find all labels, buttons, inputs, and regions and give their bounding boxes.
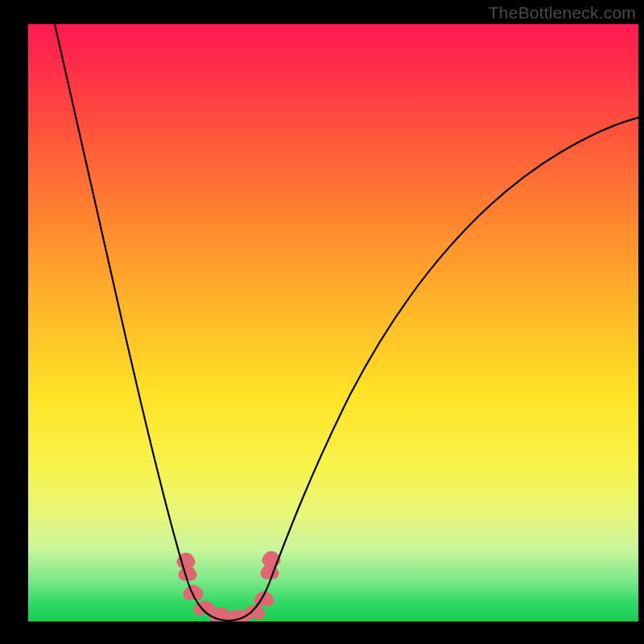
curve-right	[228, 118, 638, 621]
curve-left	[55, 24, 228, 621]
watermark-text: TheBottleneck.com	[489, 3, 636, 23]
plot-area	[28, 24, 638, 621]
trough-markers	[183, 557, 275, 617]
curve-layer	[28, 24, 638, 621]
chart-frame: TheBottleneck.com	[0, 0, 644, 644]
